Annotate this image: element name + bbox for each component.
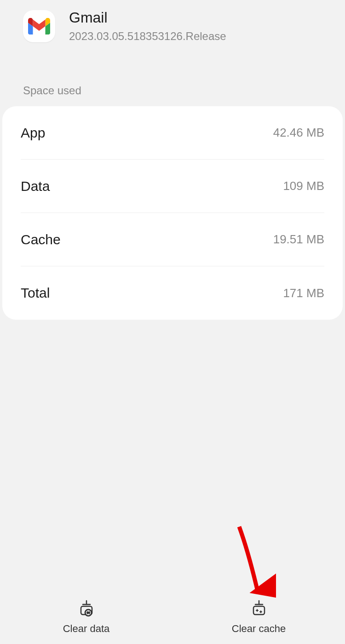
storage-label: Data	[21, 178, 50, 194]
clear-cache-label: Clear cache	[232, 623, 286, 635]
gmail-icon	[23, 10, 55, 42]
clear-data-label: Clear data	[63, 623, 110, 635]
storage-row-app: App 42.46 MB	[21, 106, 324, 160]
storage-label: Total	[21, 285, 50, 301]
app-info: Gmail 2023.03.05.518353126.Release	[69, 9, 226, 43]
clear-data-button[interactable]: Clear data	[0, 589, 172, 644]
storage-value: 42.46 MB	[273, 126, 324, 140]
storage-value: 109 MB	[283, 179, 324, 193]
clear-cache-icon	[249, 598, 269, 618]
clear-cache-button[interactable]: Clear cache	[172, 589, 345, 644]
storage-label: App	[21, 125, 45, 141]
svg-rect-4	[253, 606, 264, 615]
app-header: Gmail 2023.03.05.518353126.Release	[0, 0, 345, 57]
storage-label: Cache	[21, 232, 61, 247]
app-name: Gmail	[69, 9, 226, 26]
storage-row-cache: Cache 19.51 MB	[21, 213, 324, 266]
storage-row-total: Total 171 MB	[21, 266, 324, 320]
clear-data-icon	[76, 598, 97, 618]
app-version: 2023.03.05.518353126.Release	[69, 30, 226, 43]
storage-value: 171 MB	[283, 286, 324, 300]
storage-row-data: Data 109 MB	[21, 160, 324, 213]
storage-value: 19.51 MB	[273, 232, 324, 247]
bottom-action-bar: Clear data Clear cache	[0, 589, 345, 644]
section-title: Space used	[0, 57, 345, 106]
storage-card: App 42.46 MB Data 109 MB Cache 19.51 MB …	[2, 106, 343, 320]
